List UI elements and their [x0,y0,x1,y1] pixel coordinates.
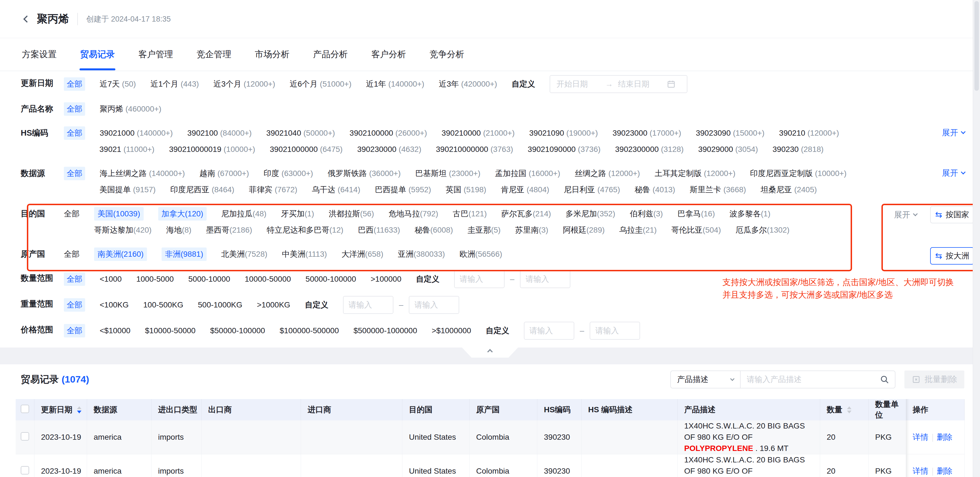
filter-option[interactable]: 巴拿马(16) [677,209,715,219]
filter-option[interactable]: <1000 [100,274,122,284]
filter-option[interactable]: 丝绸之路(12000+) [575,168,640,179]
filter-option[interactable]: 印度尼西亚定制版(10000+) [750,168,847,179]
expand-destination-button[interactable]: 展开 [894,209,917,220]
filter-option[interactable]: 1000-5000 [136,274,174,284]
filter-option[interactable]: 加拿大(120) [158,207,207,220]
column-header[interactable]: 原产国 [469,399,537,420]
filter-option[interactable]: <$10000 [100,326,130,335]
tab[interactable]: 客户管理 [138,38,173,70]
sort-buttons[interactable] [847,406,851,413]
column-header[interactable]: 更新日期 [34,399,87,420]
scrollbar[interactable] [973,0,980,477]
filter-option[interactable]: 巴西提单(5952) [375,184,431,195]
filter-option[interactable]: 39021000(140000+) [100,129,173,137]
filter-option[interactable]: 39021040(50000+) [266,129,335,137]
switch-by-continent-button[interactable]: ⇆按大洲 [930,247,974,265]
filter-option[interactable]: 3902100000(26000+) [350,129,427,137]
filter-option[interactable]: 阿根廷(289) [563,225,605,235]
filter-option[interactable]: 多米尼加(352) [566,209,615,219]
column-header[interactable]: 数量单位 [868,399,906,420]
filter-option[interactable]: 海上丝绸之路(140000+) [100,168,185,179]
expand-hs-code-button[interactable]: 展开 [942,127,965,139]
tab[interactable]: 方案设置 [22,38,57,70]
sort-desc-icon[interactable] [77,411,81,413]
filter-all-option[interactable]: 全部 [64,298,85,312]
filter-option[interactable]: 尼日利亚(4765) [564,184,620,195]
filter-option[interactable]: 乌拉圭(21) [619,225,657,235]
filter-option[interactable]: 秘鲁(4013) [635,184,675,195]
filter-option[interactable]: 海地(8) [166,225,191,235]
filter-option[interactable]: 390210000(21000+) [442,129,515,137]
filter-option[interactable]: 3902100(84000+) [187,129,252,137]
filter-option[interactable]: 近1年(140000+) [366,79,424,89]
column-header[interactable]: 操作 [906,399,964,420]
filter-option[interactable]: $50000-100000 [210,326,265,335]
filter-option[interactable]: 坦桑尼亚(2405) [760,184,817,195]
filter-option[interactable]: 美国提单(9157) [99,184,156,195]
filter-option[interactable]: 秘鲁(6008) [415,225,453,235]
filter-option[interactable]: 大洋洲(658) [342,249,383,260]
filter-option[interactable]: 中美洲(1113) [282,249,327,260]
filter-option[interactable]: 洪都拉斯(56) [329,209,374,219]
filter-option[interactable]: <100KG [100,300,129,309]
filter-all-option[interactable]: 全部 [64,77,85,91]
filter-option[interactable]: 北美洲(7528) [221,249,267,260]
filter-all-option[interactable]: 全部 [64,167,85,180]
end-date-input[interactable] [617,79,662,89]
filter-option[interactable]: 肯尼亚(4804) [501,184,549,195]
filter-option[interactable]: 古巴(121) [453,209,487,219]
delete-link[interactable]: 删除 [937,433,953,442]
filter-option[interactable]: 苏里南(3) [515,225,548,235]
search-icon[interactable] [880,375,889,384]
filter-option[interactable]: 39021000000(6475) [270,145,342,154]
column-header[interactable]: HS编码 [537,399,581,420]
select-all-checkbox[interactable] [21,405,29,413]
filter-option[interactable]: 哥斯达黎加(420) [94,225,151,235]
filter-option[interactable]: 英国(5198) [446,184,486,195]
filter-option[interactable]: 39021(11000+) [99,145,154,154]
custom-range-label[interactable]: 自定义 [486,325,509,336]
filter-option[interactable]: 巴基斯坦(23000+) [415,168,480,179]
custom-range-label[interactable]: 自定义 [305,300,328,310]
detail-link[interactable]: 详情 [913,467,929,475]
filter-option[interactable]: 39029000(3054) [698,145,758,154]
filter-option[interactable]: 390210000019(10000+) [169,145,255,154]
sort-asc-icon[interactable] [77,406,81,409]
filter-option[interactable]: 圭亚那(5) [468,225,501,235]
filter-option[interactable]: 近7天(50) [100,79,136,89]
filter-option[interactable]: 萨尔瓦多(214) [501,209,551,219]
column-header[interactable]: 目的国 [402,399,469,420]
quantity-max-input[interactable] [520,270,570,288]
filter-option[interactable]: 菲律宾(7672) [249,184,298,195]
filter-option[interactable]: 390230000(4632) [357,145,422,154]
column-header[interactable]: 出口商 [201,399,301,420]
filter-option[interactable]: 孟加拉国(16000+) [495,168,560,179]
expand-data-source-button[interactable]: 展开 [942,168,965,179]
filter-option[interactable]: $100000-500000 [280,326,339,335]
filter-all-option[interactable]: 全部 [64,324,85,337]
filter-option[interactable]: 厄瓜多尔(1302) [735,225,790,235]
filter-option[interactable]: 俄罗斯铁路(36000+) [328,168,401,179]
filter-option[interactable]: 危地马拉(792) [389,209,438,219]
quantity-min-input[interactable] [454,270,504,288]
filter-option[interactable]: 10000-50000 [245,274,291,284]
tab[interactable]: 产品分析 [313,38,348,70]
detail-link[interactable]: 详情 [913,433,929,442]
tab[interactable]: 竞争分析 [430,38,464,70]
filter-option[interactable]: 聚丙烯(460000+) [100,104,161,114]
price-min-input[interactable] [524,322,574,340]
sort-asc-icon[interactable] [847,406,851,409]
column-header[interactable]: 进出口类型 [151,399,201,420]
filter-option[interactable]: 近3个月(12000+) [213,79,275,89]
filter-option[interactable]: >1000KG [257,300,290,309]
filter-option[interactable]: 39023090(15000+) [696,129,764,137]
filter-option[interactable]: 牙买加(1) [281,209,314,219]
date-range-picker[interactable]: → [550,75,687,93]
filter-option[interactable]: 39023000(17000+) [612,129,681,137]
weight-min-input[interactable] [343,296,393,314]
filter-option[interactable]: 特立尼达和多巴哥(12) [267,225,344,235]
custom-range-label[interactable]: 自定义 [416,274,440,284]
filter-option[interactable]: 5000-10000 [188,274,230,284]
filter-option[interactable]: 南美洲(2160) [94,247,147,261]
start-date-input[interactable] [556,79,601,89]
